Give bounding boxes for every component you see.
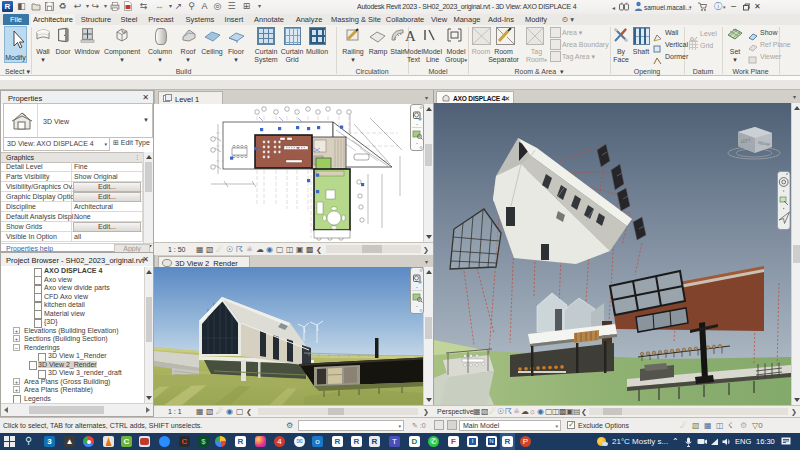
svg-text:A: A xyxy=(405,28,416,42)
